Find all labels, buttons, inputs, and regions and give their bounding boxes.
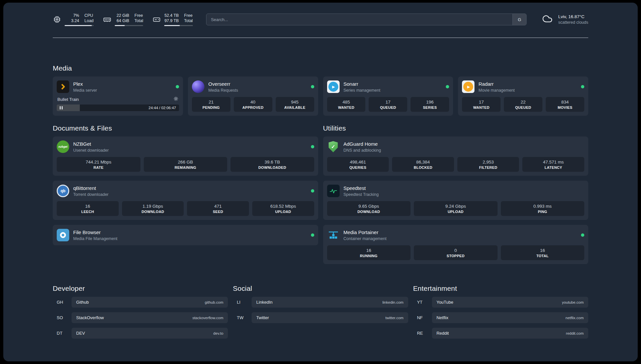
filebrowser-icon xyxy=(57,229,69,241)
stat-label: TOTAL xyxy=(502,254,583,258)
stat-approved: 40 APPROVED xyxy=(234,97,272,112)
bookmark-abbr: RE xyxy=(413,331,432,336)
service-name: Media Portainer xyxy=(344,229,387,235)
bookmark-url: linkedin.com xyxy=(382,300,404,304)
bookmark-url: youtube.com xyxy=(562,300,584,304)
bookmark-name: DEV xyxy=(76,331,85,336)
bookmark-linkedin[interactable]: LI LinkedIn linkedin.com xyxy=(233,297,408,308)
plex-icon xyxy=(57,80,69,93)
bookmark-netflix[interactable]: NF Netflix netflix.com xyxy=(413,312,588,323)
stat-value: 40 xyxy=(235,100,271,105)
stat-value: 618.52 Mbps xyxy=(254,204,313,209)
stat-series: 196 SERIES xyxy=(411,97,449,112)
weather-location: Lviv, 16.87°C xyxy=(558,14,588,19)
cpu-usage-label: CPU xyxy=(84,13,94,18)
bookmark-stackoverflow[interactable]: SO StackOverflow stackoverflow.com xyxy=(53,312,228,323)
cloud-icon xyxy=(540,14,554,25)
search-engine-button[interactable]: G xyxy=(512,14,526,25)
bookmark-group-social: Social LI LinkedIn linkedin.com TW Twitt… xyxy=(233,285,408,323)
service-subtitle: Container management xyxy=(344,236,387,241)
sonarr-icon: ▶ xyxy=(327,80,340,93)
bookmark-url: twitter.com xyxy=(385,316,404,320)
status-dot xyxy=(311,233,314,237)
disk-free-label: Free xyxy=(184,13,193,18)
stat-label: PENDING xyxy=(193,106,229,109)
service-meta: NZBGet Usenet downloader xyxy=(73,141,109,153)
bookmark-group-entertainment: Entertainment YT YouTube youtube.com NF … xyxy=(413,285,588,339)
service-card-adguard[interactable]: AdGuard Home DNS and adblocking 498,461 … xyxy=(323,136,589,176)
bookmark-twitter[interactable]: TW Twitter twitter.com xyxy=(233,312,408,323)
stat-wanted: 17 WANTED xyxy=(462,97,501,112)
stat-label: STOPPED xyxy=(415,254,496,258)
divider xyxy=(53,38,588,38)
disk-free-value: 52.4 TB xyxy=(164,13,179,18)
card-header: Media Portainer Container management xyxy=(327,229,585,241)
stat-downloaded: 39.6 TB DOWNLOADED xyxy=(230,157,314,172)
stat-latency: 47.571 ms LATENCY xyxy=(522,157,584,172)
stat-value: 498,461 xyxy=(328,160,388,165)
stat-value: 196 xyxy=(412,100,448,105)
stat-running: 16 RUNNING xyxy=(327,245,411,260)
stat-label: AVAILABLE xyxy=(277,106,313,109)
card-header: qb qBittorrent Torrent downloader xyxy=(57,185,314,197)
service-card-overseerr[interactable]: Overseerr Media Requests 21 PENDING 40 A… xyxy=(188,76,318,116)
bookmark-reddit[interactable]: RE Reddit reddit.com xyxy=(413,328,588,339)
bookmark-abbr: SO xyxy=(53,315,72,320)
pause-icon[interactable] xyxy=(60,106,63,109)
service-card-portainer[interactable]: Media Portainer Container management 16 … xyxy=(323,225,589,264)
status-dot xyxy=(311,85,314,88)
stat-label: UPLOAD xyxy=(254,210,313,214)
cpu-bar xyxy=(65,25,94,26)
service-card-filebrowser[interactable]: File Browser Media File Management xyxy=(53,225,318,245)
player-time: 24:44 / 02:06:47 xyxy=(149,106,176,110)
stat-label: SERIES xyxy=(412,106,448,109)
service-card-qbittorrent[interactable]: qb qBittorrent Torrent downloader 16 LEE… xyxy=(53,181,318,220)
service-name: Speedtest xyxy=(344,185,379,191)
stat-label: LEECH xyxy=(58,210,117,214)
stat-wanted: 485 WANTED xyxy=(327,97,366,112)
stats-row: 16 LEECH 1.19 Gbps DOWNLOAD 471 SEED 6 xyxy=(57,201,314,216)
stat-label: PING xyxy=(502,210,583,214)
stat-value: 945 xyxy=(277,100,313,105)
stat-value: 485 xyxy=(328,100,364,105)
bookmark-youtube[interactable]: YT YouTube youtube.com xyxy=(413,297,588,308)
memory-widget-body: 22 GiB Free 64 GiB Total xyxy=(115,13,143,26)
service-card-nzbget[interactable]: nzbget NZBGet Usenet downloader 744.21 M… xyxy=(53,136,318,176)
stat-rate: 744.21 Mbps RATE xyxy=(57,157,140,172)
service-meta: Speedtest Speedtest Tracking xyxy=(344,185,379,197)
disk-total-value: 97.9 TB xyxy=(164,18,179,23)
bookmark-abbr: LI xyxy=(233,300,252,305)
speedtest-icon xyxy=(327,185,340,197)
card-header: Speedtest Speedtest Tracking xyxy=(327,185,585,197)
player-progress-bar[interactable]: 24:44 / 02:06:47 xyxy=(57,105,179,111)
search-bar: G xyxy=(206,14,527,25)
stat-label: SEED xyxy=(188,210,248,214)
cpu-usage-value: 7% xyxy=(65,13,79,18)
section-title-entertainment: Entertainment xyxy=(413,285,588,292)
memory-total-label: Total xyxy=(135,18,143,23)
service-card-speedtest[interactable]: Speedtest Speedtest Tracking 9.65 Gbps D… xyxy=(323,181,589,220)
stat-pending: 21 PENDING xyxy=(192,97,230,112)
stat-label: BLOCKED xyxy=(393,166,453,169)
stat-value: 834 xyxy=(547,100,583,105)
service-card-plex[interactable]: Plex Media server Bullet Train xyxy=(53,76,183,116)
status-dot xyxy=(581,85,584,88)
service-name: AdGuard Home xyxy=(344,141,381,147)
search-input[interactable] xyxy=(206,14,527,25)
stat-value: 471 xyxy=(188,204,248,209)
bookmark-dev[interactable]: DT DEV dev.to xyxy=(53,328,228,339)
service-subtitle: Movie management xyxy=(478,88,515,93)
cpu-widget-body: 7% CPU 3.24 Load xyxy=(65,13,94,26)
stat-value: 0 xyxy=(415,248,496,253)
service-name: NZBGet xyxy=(73,141,109,147)
service-meta: AdGuard Home DNS and adblocking xyxy=(344,141,381,153)
stat-ping: 0.993 ms PING xyxy=(501,201,585,216)
stat-queries: 498,461 QUERIES xyxy=(327,157,389,172)
service-card-radarr[interactable]: ▶ Radarr Movie management 17 WANTED 22 Q… xyxy=(458,76,588,116)
section-title-media: Media xyxy=(53,64,588,72)
bookmark-github[interactable]: GH Github github.com xyxy=(53,297,228,308)
stat-value: 16 xyxy=(58,204,117,209)
player-settings-icon[interactable] xyxy=(173,96,178,102)
service-card-sonarr[interactable]: ▶ Sonarr Series management 485 WANTED 17… xyxy=(323,76,453,116)
stat-value: 16 xyxy=(502,248,583,253)
